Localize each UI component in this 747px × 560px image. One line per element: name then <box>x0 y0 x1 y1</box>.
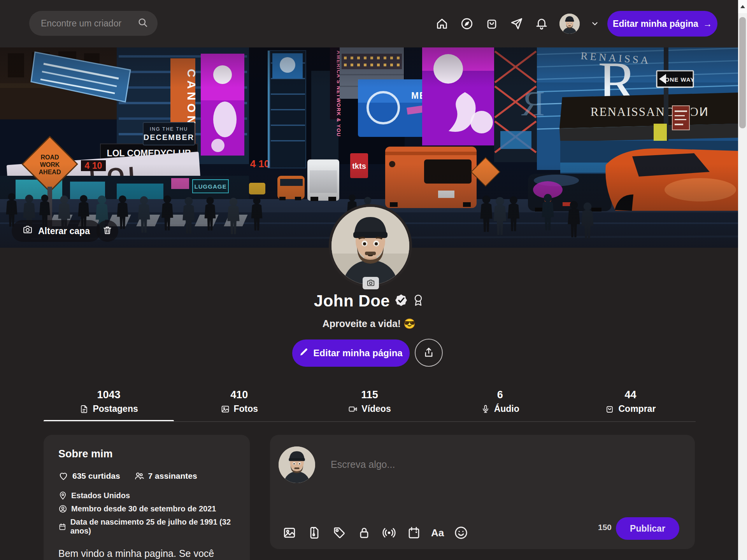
edit-my-page-button-profile[interactable]: Editar minha página <box>292 340 410 367</box>
tab-label-text: Vídeos <box>361 404 391 414</box>
camera-icon <box>23 225 33 237</box>
attach-file-icon[interactable] <box>307 525 322 541</box>
tab-fotos[interactable]: 410 Fotos <box>174 389 304 420</box>
scrollbar-up-arrow[interactable] <box>738 0 747 13</box>
about-info-list: Estados Unidos Membro desde 30 de setemb… <box>58 491 235 536</box>
trash-icon <box>102 225 112 237</box>
page-scrollbar[interactable] <box>738 0 747 560</box>
likes-stat: 635 curtidas <box>58 471 120 481</box>
tab-label-text: Áudio <box>494 404 519 414</box>
verified-badge-icon <box>395 294 408 308</box>
tab-label-text: Comprar <box>618 404 656 414</box>
tab-count: 410 <box>230 389 248 401</box>
post-file-icon <box>79 404 89 414</box>
cover-sign-r-reflection: R <box>521 84 545 123</box>
profile-avatar[interactable] <box>329 204 412 287</box>
sunglasses-emoji: 😎 <box>403 318 416 329</box>
change-avatar-camera-button[interactable] <box>363 277 379 289</box>
home-icon[interactable] <box>435 17 449 31</box>
cover-sign-410b: 4 10 <box>250 158 270 170</box>
birthdate-row: Data de nascimento 25 de julho de 1991 (… <box>58 518 235 536</box>
attach-image-icon[interactable] <box>282 525 297 541</box>
cover-sign-canon: CANON <box>185 69 198 127</box>
live-broadcast-icon[interactable] <box>381 525 397 541</box>
composer-toolbar: Aa <box>282 525 469 541</box>
composer-avatar <box>279 446 315 483</box>
chevron-down-icon[interactable] <box>591 19 599 28</box>
cover-sign-renaissance: RENAISSANCEƎƆͶ <box>591 105 709 119</box>
video-camera-icon <box>348 404 358 414</box>
composer-input[interactable]: Escreva algo... <box>331 459 395 470</box>
tabs-divider <box>44 421 696 422</box>
edit-my-page-label: Editar minha página <box>313 348 402 359</box>
calendar-icon <box>58 522 67 531</box>
cover-sign-road2: WORK <box>40 161 60 168</box>
change-cover-button[interactable]: Alterar capa <box>12 220 101 242</box>
cover-sign-one-way: ONE WAY <box>665 76 694 83</box>
emoji-icon[interactable] <box>453 525 469 541</box>
search-input[interactable]: Encontre um criador <box>29 11 158 36</box>
text-format-button[interactable]: Aa <box>431 527 444 539</box>
cover-sign-december: DECEMBER <box>144 133 194 142</box>
profile-content-tabs: 1043 Postagens 410 Fotos 115 Vídeos 6 <box>44 389 696 420</box>
scrollbar-thumb[interactable] <box>739 17 746 128</box>
character-counter: 150 <box>598 523 612 532</box>
cover-sign-410: 4 10 <box>85 161 102 171</box>
member-icon <box>58 504 67 513</box>
subscribers-stat: 7 assinantes <box>134 471 197 481</box>
cover-sign-tkts: tkts <box>352 162 366 170</box>
tab-postagens[interactable]: 1043 Postagens <box>44 389 174 420</box>
subscribers-count: 7 assinantes <box>148 471 197 481</box>
profile-tagline: Aproveite a vida! 😎 <box>0 318 738 329</box>
explore-compass-icon[interactable] <box>460 17 474 31</box>
cover-sign-luggage: LUGGAGE <box>195 183 227 190</box>
creator-profile-page: CANON LOL COMEDYCLUB LOL TIMES SQUARE CO… <box>0 0 747 560</box>
search-icon <box>137 17 148 30</box>
pencil-icon <box>299 347 309 359</box>
about-stats-row: 635 curtidas 7 assinantes <box>58 471 235 481</box>
post-composer-card: Escreva algo... Aa <box>270 435 695 549</box>
tab-count: 115 <box>361 389 378 401</box>
tab-label-text: Postagens <box>93 404 138 414</box>
cover-sign-december-top: ING THE THU <box>150 126 188 132</box>
cover-sign-road1: ROAD <box>40 154 59 161</box>
delete-cover-button[interactable] <box>96 220 118 242</box>
publish-button[interactable]: Publicar <box>616 517 679 540</box>
tab-label-text: Fotos <box>234 404 258 414</box>
member-since-row: Membro desde 30 de setembro de 2021 <box>58 504 235 513</box>
location-text: Estados Unidos <box>71 491 130 500</box>
tag-icon[interactable] <box>331 525 347 541</box>
messages-send-icon[interactable] <box>510 17 524 31</box>
cover-sign-road3: AHEAD <box>39 169 61 175</box>
shop-bag-icon[interactable] <box>485 17 499 31</box>
map-pin-icon <box>58 491 67 500</box>
tab-videos[interactable]: 115 Vídeos <box>304 389 435 420</box>
profile-name: John Doe <box>314 292 390 310</box>
edit-my-page-label: Editar minha página <box>613 19 698 29</box>
tab-count: 44 <box>624 389 636 401</box>
schedule-calendar-icon[interactable] <box>406 525 422 541</box>
likes-count: 635 curtidas <box>72 471 120 481</box>
about-me-card: Sobre mim 635 curtidas 7 assinantes Esta… <box>44 435 250 560</box>
member-since-text: Membro desde 30 de setembro de 2021 <box>71 504 216 513</box>
header-icon-group <box>435 0 599 47</box>
tab-comprar[interactable]: 44 Comprar <box>565 389 696 420</box>
photos-icon <box>221 404 230 414</box>
top-navigation-bar: Encontre um criador <box>0 0 738 47</box>
edit-my-page-button-top[interactable]: Editar minha página → <box>607 11 717 37</box>
heart-icon <box>58 471 68 481</box>
location-row: Estados Unidos <box>58 491 235 500</box>
tab-audio[interactable]: 6 Áudio <box>435 389 565 420</box>
lock-icon[interactable] <box>356 525 372 541</box>
microphone-icon <box>481 404 490 414</box>
shopping-bag-icon <box>605 404 614 414</box>
notifications-bell-icon[interactable] <box>535 17 549 31</box>
subscribers-icon <box>134 471 144 481</box>
tab-count: 6 <box>497 389 503 401</box>
award-ribbon-icon <box>412 294 424 308</box>
share-profile-button[interactable] <box>415 339 443 367</box>
user-avatar[interactable] <box>559 14 580 34</box>
tab-count: 1043 <box>97 389 121 401</box>
share-upload-icon <box>423 346 435 359</box>
arrow-right-icon: → <box>703 19 712 29</box>
